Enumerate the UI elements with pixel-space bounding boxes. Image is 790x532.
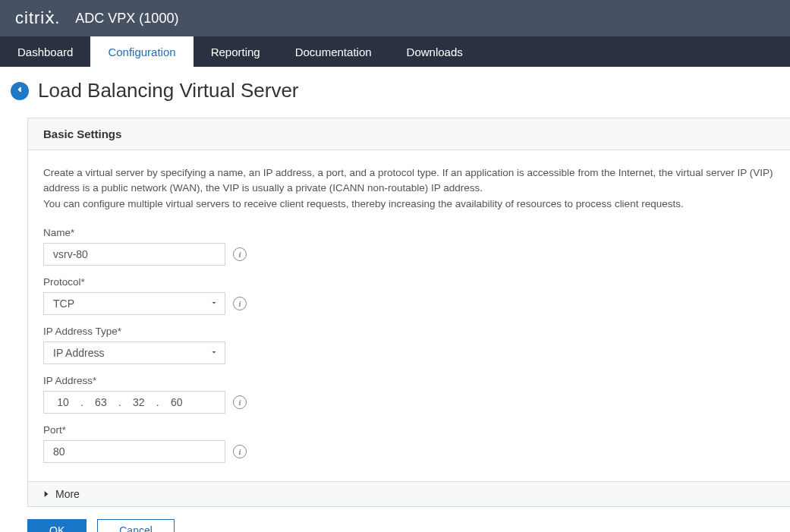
panel-header: Basic Settings — [28, 118, 790, 150]
protocol-label: Protocol* — [43, 276, 775, 288]
name-input[interactable] — [43, 243, 225, 266]
arrow-left-icon — [14, 84, 25, 97]
ip-dot: . — [114, 396, 126, 408]
info-icon[interactable]: i — [233, 395, 247, 409]
info-icon[interactable]: i — [233, 297, 247, 310]
ip-octet-4[interactable] — [164, 396, 190, 408]
panel-desc-line-2: You can configure multiple virtual serve… — [43, 198, 684, 209]
panel-body: Create a virtual server by specifying a … — [28, 150, 790, 481]
panel-description: Create a virtual server by specifying a … — [43, 165, 775, 212]
tab-configuration[interactable]: Configuration — [90, 36, 193, 67]
cancel-button[interactable]: Cancel — [97, 519, 175, 532]
triangle-right-icon — [43, 490, 49, 498]
field-protocol: Protocol* TCP i — [43, 276, 775, 315]
protocol-value: TCP — [53, 297, 74, 310]
port-input[interactable] — [43, 440, 225, 463]
top-bar: citriẋ. ADC VPX (1000) — [0, 0, 790, 36]
ok-button[interactable]: OK — [27, 519, 87, 532]
field-ip-type: IP Address Type* IP Address — [43, 326, 775, 364]
more-toggle[interactable]: More — [28, 481, 790, 507]
chevron-down-icon — [209, 347, 219, 359]
ip-dot: . — [76, 396, 88, 408]
info-icon[interactable]: i — [233, 445, 247, 458]
protocol-select[interactable]: TCP — [43, 292, 225, 315]
tab-reporting[interactable]: Reporting — [194, 36, 278, 67]
ip-type-label: IP Address Type* — [43, 326, 775, 337]
page-content: Load Balancing Virtual Server Basic Sett… — [0, 67, 790, 532]
field-ip-address: IP Address* . . . i — [43, 375, 775, 414]
port-label: Port* — [43, 424, 775, 436]
field-name: Name* i — [43, 227, 775, 266]
more-label: More — [55, 488, 80, 500]
tab-bar: Dashboard Configuration Reporting Docume… — [0, 36, 790, 67]
back-button[interactable] — [11, 82, 29, 100]
ip-dot: . — [152, 396, 164, 408]
tab-downloads[interactable]: Downloads — [389, 36, 480, 67]
ip-label: IP Address* — [43, 375, 775, 386]
ip-octet-1[interactable] — [50, 396, 76, 408]
chevron-down-icon — [209, 297, 219, 310]
tab-documentation[interactable]: Documentation — [278, 36, 389, 67]
basic-settings-panel: Basic Settings Create a virtual server b… — [27, 118, 790, 507]
info-icon[interactable]: i — [233, 247, 247, 261]
page-header: Load Balancing Virtual Server — [11, 79, 790, 102]
field-port: Port* i — [43, 424, 775, 463]
name-label: Name* — [43, 227, 775, 238]
brand-logo: citriẋ. — [15, 8, 60, 28]
ip-input-group: . . . — [43, 391, 225, 414]
ip-octet-3[interactable] — [126, 396, 152, 408]
ip-type-value: IP Address — [53, 347, 104, 359]
ip-octet-2[interactable] — [88, 396, 114, 408]
tab-dashboard[interactable]: Dashboard — [0, 36, 90, 67]
product-title: ADC VPX (1000) — [75, 11, 178, 27]
page-title: Load Balancing Virtual Server — [38, 79, 299, 102]
panel-desc-line-1: Create a virtual server by specifying a … — [43, 167, 773, 194]
action-bar: OK Cancel — [27, 519, 790, 532]
ip-type-select[interactable]: IP Address — [43, 342, 225, 364]
